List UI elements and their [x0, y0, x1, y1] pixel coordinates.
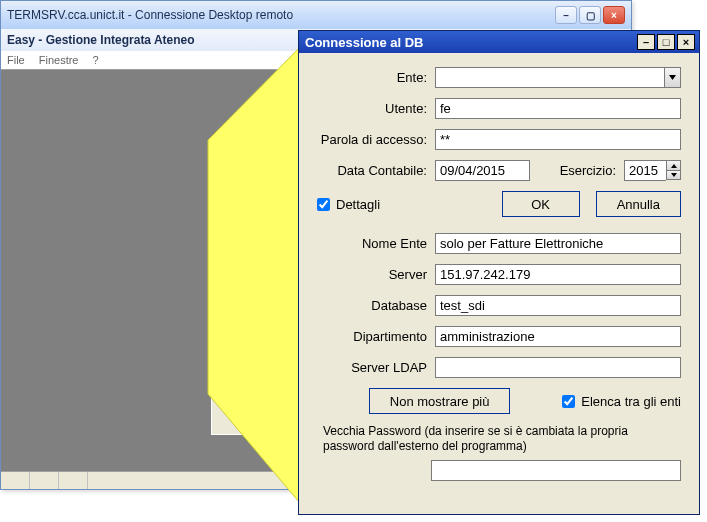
database-input[interactable]: [435, 295, 681, 316]
chevron-up-icon: [671, 164, 677, 168]
ente-dropdown-button[interactable]: [664, 67, 681, 88]
thumb-dialog: Connessione al DB Ente: Utente:fe Parola…: [211, 180, 311, 435]
maximize-icon: ▢: [586, 10, 595, 21]
dialog-minimize-button[interactable]: –: [637, 34, 655, 50]
thumb-dettagli-label: Dettagli: [222, 228, 242, 234]
utente-input[interactable]: [435, 98, 681, 119]
utente-label: Utente:: [317, 101, 435, 116]
thumb-data-label: Data Contabile:: [214, 218, 276, 224]
ente-combo[interactable]: [435, 67, 681, 88]
chevron-down-icon: [669, 75, 676, 80]
thumb-non-most-btn: Non mo: [246, 281, 275, 289]
rdp-title: TERMSRV.cca.unict.it - Connessione Deskt…: [7, 8, 555, 22]
thumb-note: Vecchia Password (da inserire se dall'es…: [214, 291, 308, 303]
thumb-titlebar: Connessione al DB: [212, 181, 310, 192]
ente-input[interactable]: [435, 67, 664, 88]
non-mostrare-label: Non mostrare più: [390, 394, 490, 409]
server-label: Server: [317, 267, 435, 282]
dettagli-checkbox[interactable]: Dettagli: [317, 197, 380, 212]
esercizio-input[interactable]: [624, 160, 666, 181]
elenca-label: Elenca tra gli enti: [581, 394, 681, 409]
nome-ente-input[interactable]: [435, 233, 681, 254]
rdp-maximize-button[interactable]: ▢: [579, 6, 601, 24]
thumb-ente-label: Ente:: [214, 194, 276, 200]
menu-file[interactable]: File: [7, 54, 25, 66]
thumb-ldap-label: Server LDAP: [214, 273, 276, 279]
minimize-icon: –: [643, 37, 649, 48]
non-mostrare-button[interactable]: Non mostrare più: [369, 388, 511, 414]
ok-button-label: OK: [531, 197, 550, 212]
server-input[interactable]: [435, 264, 681, 285]
close-icon: ×: [611, 10, 617, 21]
menu-finestre[interactable]: Finestre: [39, 54, 79, 66]
maximize-icon: □: [663, 37, 670, 48]
vecchia-password-input[interactable]: [431, 460, 681, 481]
thumb-utente-label: Utente:: [214, 202, 276, 208]
elenca-checkbox[interactable]: Elenca tra gli enti: [562, 394, 681, 409]
thumb-dip-label: Dipartimento: [214, 265, 276, 271]
thumb-nomeente-label: Nome Ente: [214, 241, 276, 247]
menu-help[interactable]: ?: [92, 54, 98, 66]
svg-marker-1: [669, 75, 676, 80]
esercizio-label: Esercizio:: [560, 163, 624, 178]
dipartimento-label: Dipartimento: [317, 329, 435, 344]
rdp-close-button[interactable]: ×: [603, 6, 625, 24]
rdp-titlebar: TERMSRV.cca.unict.it - Connessione Deskt…: [1, 1, 631, 29]
data-contabile-label: Data Contabile:: [317, 163, 435, 178]
dettagli-label: Dettagli: [336, 197, 380, 212]
esercizio-up-button[interactable]: [666, 160, 681, 170]
thumb-parola-label: Parola di accesso: [214, 210, 276, 216]
dialog-close-button[interactable]: ×: [677, 34, 695, 50]
dipartimento-input[interactable]: [435, 326, 681, 347]
thumb-dettagli-check: [214, 228, 220, 234]
esercizio-spinner[interactable]: [624, 160, 681, 181]
database-label: Database: [317, 298, 435, 313]
db-connection-dialog: Connessione al DB – □ × Ente: Utente: Pa…: [298, 30, 700, 515]
ente-label: Ente:: [317, 70, 435, 85]
rdp-minimize-button[interactable]: –: [555, 6, 577, 24]
annulla-button-label: Annulla: [617, 197, 660, 212]
data-contabile-input[interactable]: [435, 160, 530, 181]
parola-input[interactable]: [435, 129, 681, 150]
server-ldap-input[interactable]: [435, 357, 681, 378]
thumb-server-label: Server: [214, 249, 276, 255]
esercizio-down-button[interactable]: [666, 170, 681, 180]
ok-button[interactable]: OK: [502, 191, 580, 217]
nome-ente-label: Nome Ente: [317, 236, 435, 251]
close-icon: ×: [683, 37, 689, 48]
server-ldap-label: Server LDAP: [317, 360, 435, 375]
dialog-maximize-button[interactable]: □: [657, 34, 675, 50]
thumb-database-label: Database: [214, 257, 276, 263]
chevron-down-icon: [671, 173, 677, 177]
vecchia-password-note: Vecchia Password (da inserire se si è ca…: [323, 424, 675, 454]
dialog-title: Connessione al DB: [303, 35, 637, 50]
svg-marker-2: [671, 164, 677, 168]
thumb-title: Connessione al DB: [214, 183, 274, 190]
svg-marker-3: [671, 173, 677, 177]
dettagli-checkbox-input[interactable]: [317, 198, 330, 211]
annulla-button[interactable]: Annulla: [596, 191, 681, 217]
minimize-icon: –: [563, 10, 569, 21]
parola-label: Parola di accesso:: [317, 132, 435, 147]
dialog-titlebar: Connessione al DB – □ ×: [299, 31, 699, 53]
elenca-checkbox-input[interactable]: [562, 395, 575, 408]
